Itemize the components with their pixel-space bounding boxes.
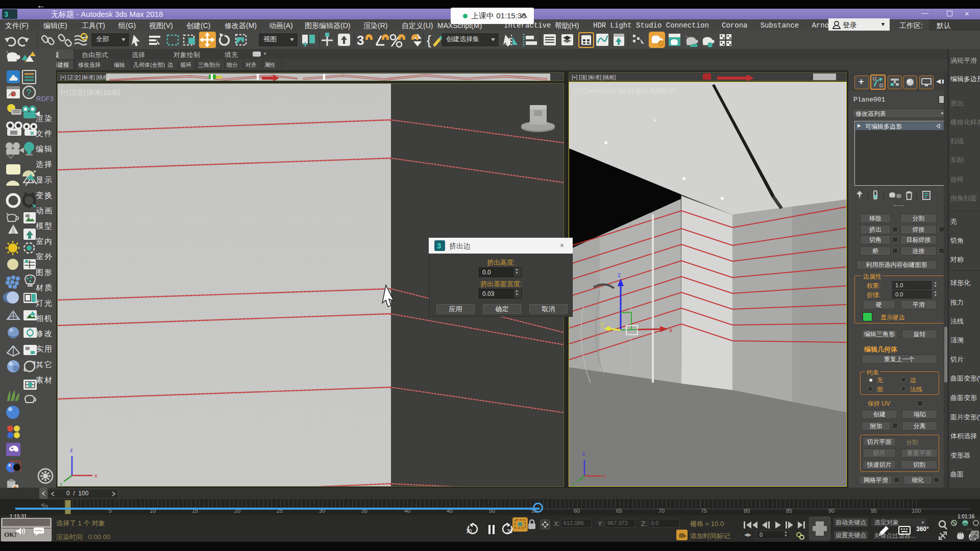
svg-text:{: { (427, 33, 431, 48)
svg-text:x: x (603, 473, 606, 479)
svg-text:y: y (60, 481, 63, 487)
svg-text:?: ? (26, 88, 31, 98)
svg-text:3: 3 (357, 33, 364, 48)
svg-text:30: 30 (507, 529, 513, 534)
svg-text:z: z (70, 447, 73, 453)
svg-text:x: x (669, 327, 672, 334)
svg-text:y: y (601, 320, 604, 328)
svg-text:y: y (572, 480, 575, 486)
svg-text:x: x (94, 472, 97, 479)
svg-text:10: 10 (466, 529, 472, 534)
svg-text:z: z (618, 271, 621, 279)
svg-text:z: z (582, 450, 585, 457)
